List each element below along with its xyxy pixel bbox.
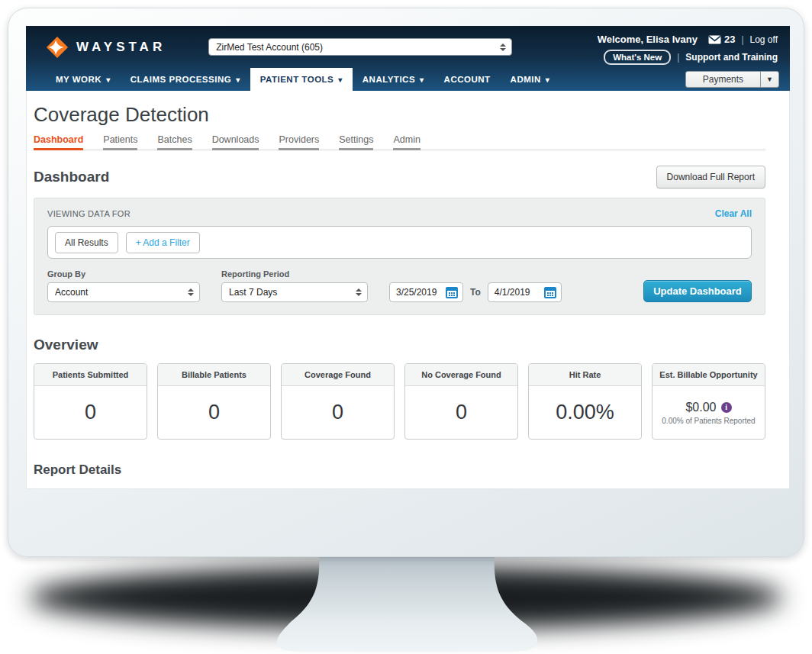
reporting-period-field: Reporting Period Last 7 Days <box>221 269 368 302</box>
user-line: Welcome, Elisa Ivany 23 | Log off <box>598 34 778 45</box>
download-full-report-button[interactable]: Download Full Report <box>656 166 765 188</box>
account-select[interactable]: ZirMed Test Account (605) <box>208 38 512 56</box>
tab-batches[interactable]: Batches <box>157 134 192 150</box>
caret-down-icon <box>338 75 343 84</box>
date-from-value: 3/25/2019 <box>396 287 437 298</box>
divider: | <box>741 34 743 45</box>
waystar-logo: WAYSTAR <box>46 36 166 59</box>
main-nav: MY WORK CLAIMS PROCESSING PATIENT TOOLS … <box>26 68 790 91</box>
stat-card-label: Coverage Found <box>282 364 394 386</box>
tab-downloads[interactable]: Downloads <box>212 134 259 150</box>
select-stepper-icon <box>186 288 195 296</box>
stat-card-value: 0 <box>456 401 467 424</box>
filter-panel: VIEWING DATA FOR Clear All All Results +… <box>34 198 765 315</box>
envelope-icon <box>708 35 721 44</box>
tab-settings[interactable]: Settings <box>339 134 373 150</box>
caret-down-icon <box>760 72 778 87</box>
stat-card-coverage-found: Coverage Found 0 <box>281 363 395 440</box>
inbox-count: 23 <box>724 34 735 45</box>
payments-dropdown[interactable]: Payments <box>685 71 779 88</box>
all-results-chip[interactable]: All Results <box>55 232 118 253</box>
tab-patients[interactable]: Patients <box>103 134 137 150</box>
nav-item-analytics[interactable]: ANALYTICS <box>353 68 434 91</box>
dashboard-section-header: Dashboard Download Full Report <box>34 166 765 188</box>
to-label: To <box>470 287 481 298</box>
stat-card-value: 0.00% <box>556 401 614 424</box>
stat-card-value: 0 <box>208 401 220 424</box>
nav-item-admin[interactable]: ADMIN <box>501 68 560 91</box>
stat-card-patients-submitted: Patients Submitted 0 <box>34 363 147 440</box>
update-dashboard-button[interactable]: Update Dashboard <box>643 280 752 302</box>
filter-controls-row: Group By Account Reporting Period Last 7… <box>47 269 752 302</box>
nav-item-claims-processing[interactable]: CLAIMS PROCESSING <box>121 68 250 91</box>
caret-down-icon <box>420 75 424 84</box>
reporting-period-label: Reporting Period <box>221 269 368 279</box>
stat-card-value: $0.00 <box>685 401 716 414</box>
stat-card-label: Est. Billable Opportunity <box>652 364 765 386</box>
active-filters-box: All Results + Add a Filter <box>47 226 752 259</box>
caret-down-icon <box>236 75 240 84</box>
page-title: Coverage Detection <box>34 103 765 127</box>
monitor-frame: WAYSTAR ZirMed Test Account (605) Welcom… <box>8 8 804 557</box>
caret-down-icon <box>106 75 111 84</box>
stat-card-no-coverage-found: No Coverage Found 0 <box>404 363 518 440</box>
date-to-value: 4/1/2019 <box>495 287 530 298</box>
group-by-label: Group By <box>47 269 200 279</box>
inbox-link[interactable]: 23 <box>708 34 735 45</box>
date-from-input[interactable]: 3/25/2019 <box>389 282 463 302</box>
add-filter-button[interactable]: + Add a Filter <box>126 232 200 253</box>
reporting-period-value: Last 7 Days <box>229 287 277 298</box>
caret-down-icon <box>546 75 550 84</box>
account-select-value: ZirMed Test Account (605) <box>216 42 323 53</box>
stat-card-billable-patients: Billable Patients 0 <box>157 363 271 440</box>
clear-all-link[interactable]: Clear All <box>715 208 752 219</box>
overview-heading: Overview <box>34 337 765 353</box>
stat-card-hit-rate: Hit Rate 0.00% <box>528 363 642 440</box>
date-from-field: 3/25/2019 <box>389 282 463 302</box>
app-window: WAYSTAR ZirMed Test Account (605) Welcom… <box>26 26 790 489</box>
stat-card-subtext: 0.00% of Patients Reported <box>662 417 755 425</box>
viewing-data-label: VIEWING DATA FOR <box>47 209 130 218</box>
whats-new-button[interactable]: What's New <box>604 50 671 65</box>
welcome-text: Welcome, Elisa Ivany <box>598 34 698 45</box>
page-content: Coverage Detection Dashboard Patients Ba… <box>26 91 790 478</box>
calendar-icon[interactable] <box>544 287 556 298</box>
waystar-diamond-icon <box>46 36 69 59</box>
report-details-heading: Report Details <box>34 462 765 478</box>
overview-cards: Patients Submitted 0 Billable Patients 0… <box>34 363 765 440</box>
header-user-area: Welcome, Elisa Ivany 23 | Log off <box>598 29 778 65</box>
info-icon[interactable] <box>721 402 732 413</box>
logo-wordmark: WAYSTAR <box>76 40 166 55</box>
support-link[interactable]: Support and Training <box>685 52 778 63</box>
app-header: WAYSTAR ZirMed Test Account (605) Welcom… <box>26 26 790 91</box>
nav-item-account[interactable]: ACCOUNT <box>434 68 501 91</box>
monitor-mockup: WAYSTAR ZirMed Test Account (605) Welcom… <box>0 0 812 654</box>
stat-card-label: No Coverage Found <box>405 364 517 386</box>
divider: | <box>677 52 679 63</box>
group-by-field: Group By Account <box>47 269 200 302</box>
tab-providers[interactable]: Providers <box>279 134 319 150</box>
group-by-select[interactable]: Account <box>47 282 200 302</box>
date-to-input[interactable]: 4/1/2019 <box>488 282 562 302</box>
group-by-value: Account <box>55 287 88 298</box>
select-stepper-icon <box>498 43 507 51</box>
tab-admin[interactable]: Admin <box>393 134 420 150</box>
stat-card-est-billable-opportunity: Est. Billable Opportunity $0.00 0.00% of… <box>652 363 765 440</box>
stat-card-value: 0 <box>332 401 343 424</box>
links-line: What's New | Support and Training <box>604 50 778 65</box>
tab-bar: Dashboard Patients Batches Downloads Pro… <box>34 134 765 150</box>
nav-item-my-work[interactable]: MY WORK <box>46 68 121 91</box>
nav-item-patient-tools[interactable]: PATIENT TOOLS <box>250 68 353 91</box>
monitor-stand <box>252 554 557 653</box>
reporting-period-select[interactable]: Last 7 Days <box>221 282 368 302</box>
calendar-icon[interactable] <box>446 287 458 298</box>
stat-card-label: Patients Submitted <box>34 364 147 386</box>
stat-card-label: Hit Rate <box>529 364 641 386</box>
dashboard-heading: Dashboard <box>34 169 109 185</box>
tab-dashboard[interactable]: Dashboard <box>34 134 83 150</box>
header-top-row: WAYSTAR ZirMed Test Account (605) Welcom… <box>26 26 790 68</box>
date-to-field: 4/1/2019 <box>488 282 562 302</box>
log-off-link[interactable]: Log off <box>750 34 778 45</box>
select-stepper-icon <box>354 288 362 296</box>
stat-card-label: Billable Patients <box>158 364 270 386</box>
